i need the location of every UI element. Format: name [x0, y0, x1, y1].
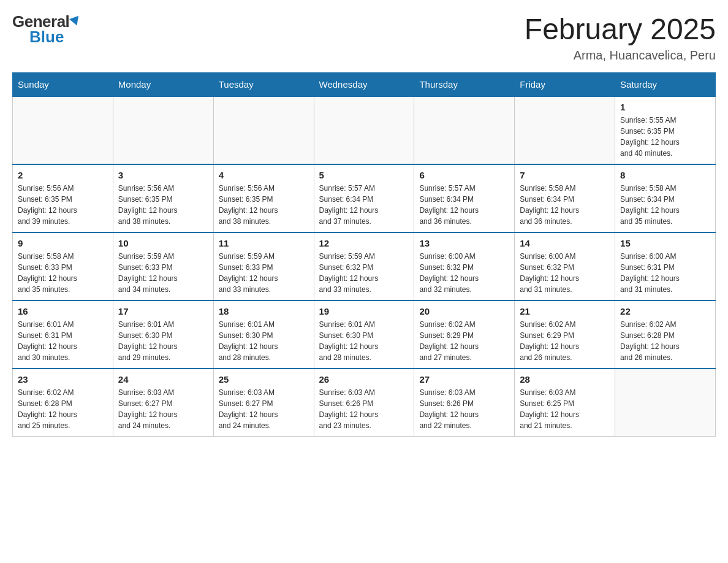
- day-number: 21: [520, 306, 610, 316]
- calendar-cell: 9Sunrise: 5:58 AM Sunset: 6:33 PM Daylig…: [13, 232, 113, 301]
- day-number: 9: [18, 238, 108, 248]
- calendar-cell: 7Sunrise: 5:58 AM Sunset: 6:34 PM Daylig…: [515, 164, 615, 232]
- day-number: 28: [520, 374, 610, 385]
- day-info: Sunrise: 5:55 AM Sunset: 6:35 PM Dayligh…: [620, 115, 710, 159]
- day-info: Sunrise: 5:59 AM Sunset: 6:32 PM Dayligh…: [319, 251, 409, 295]
- day-of-week-header: Monday: [113, 73, 213, 97]
- calendar-cell: [615, 369, 716, 437]
- day-number: 19: [319, 306, 409, 316]
- day-number: 7: [520, 170, 610, 180]
- calendar-cell: [414, 96, 515, 164]
- day-info: Sunrise: 6:03 AM Sunset: 6:26 PM Dayligh…: [319, 387, 409, 431]
- calendar-cell: 15Sunrise: 6:00 AM Sunset: 6:31 PM Dayli…: [615, 232, 716, 301]
- day-info: Sunrise: 6:00 AM Sunset: 6:31 PM Dayligh…: [620, 251, 710, 295]
- day-info: Sunrise: 6:03 AM Sunset: 6:26 PM Dayligh…: [419, 387, 509, 431]
- day-number: 26: [319, 374, 409, 385]
- day-number: 12: [319, 238, 409, 248]
- calendar-cell: [113, 96, 213, 164]
- day-number: 11: [219, 238, 309, 248]
- calendar-cell: [515, 96, 615, 164]
- day-of-week-header: Saturday: [615, 73, 716, 97]
- day-of-week-header: Tuesday: [213, 73, 314, 97]
- day-number: 1: [620, 102, 710, 112]
- day-info: Sunrise: 5:59 AM Sunset: 6:33 PM Dayligh…: [118, 251, 208, 295]
- day-number: 17: [118, 306, 208, 316]
- calendar-cell: 12Sunrise: 5:59 AM Sunset: 6:32 PM Dayli…: [314, 232, 414, 301]
- title-section: February 2025 Arma, Huancavelica, Peru: [525, 12, 716, 63]
- day-info: Sunrise: 6:00 AM Sunset: 6:32 PM Dayligh…: [520, 251, 610, 295]
- calendar-cell: 3Sunrise: 5:56 AM Sunset: 6:35 PM Daylig…: [113, 164, 213, 232]
- calendar-week-row: 1Sunrise: 5:55 AM Sunset: 6:35 PM Daylig…: [13, 96, 716, 164]
- day-number: 2: [18, 170, 108, 180]
- day-number: 27: [419, 374, 509, 385]
- calendar-cell: 25Sunrise: 6:03 AM Sunset: 6:27 PM Dayli…: [213, 369, 314, 437]
- calendar-cell: [13, 96, 113, 164]
- calendar-cell: 24Sunrise: 6:03 AM Sunset: 6:27 PM Dayli…: [113, 369, 213, 437]
- day-number: 24: [118, 374, 208, 385]
- day-info: Sunrise: 5:57 AM Sunset: 6:34 PM Dayligh…: [319, 183, 409, 227]
- day-number: 18: [219, 306, 309, 316]
- day-of-week-header: Friday: [515, 73, 615, 97]
- day-of-week-header: Sunday: [13, 73, 113, 97]
- calendar-cell: 16Sunrise: 6:01 AM Sunset: 6:31 PM Dayli…: [13, 301, 113, 369]
- calendar-week-row: 16Sunrise: 6:01 AM Sunset: 6:31 PM Dayli…: [13, 301, 716, 369]
- calendar-cell: 1Sunrise: 5:55 AM Sunset: 6:35 PM Daylig…: [615, 96, 716, 164]
- day-info: Sunrise: 5:58 AM Sunset: 6:33 PM Dayligh…: [18, 251, 108, 295]
- day-info: Sunrise: 6:01 AM Sunset: 6:30 PM Dayligh…: [219, 319, 309, 363]
- day-info: Sunrise: 5:56 AM Sunset: 6:35 PM Dayligh…: [18, 183, 108, 227]
- calendar-cell: [314, 96, 414, 164]
- day-info: Sunrise: 6:00 AM Sunset: 6:32 PM Dayligh…: [419, 251, 509, 295]
- day-info: Sunrise: 6:02 AM Sunset: 6:29 PM Dayligh…: [419, 319, 509, 363]
- day-info: Sunrise: 6:01 AM Sunset: 6:30 PM Dayligh…: [118, 319, 208, 363]
- day-number: 3: [118, 170, 208, 180]
- day-info: Sunrise: 6:01 AM Sunset: 6:30 PM Dayligh…: [319, 319, 409, 363]
- calendar-header-row: SundayMondayTuesdayWednesdayThursdayFrid…: [13, 73, 716, 97]
- day-number: 16: [18, 306, 108, 316]
- calendar-cell: 14Sunrise: 6:00 AM Sunset: 6:32 PM Dayli…: [515, 232, 615, 301]
- calendar-cell: 2Sunrise: 5:56 AM Sunset: 6:35 PM Daylig…: [13, 164, 113, 232]
- logo-blue-text: Blue: [12, 28, 64, 47]
- day-number: 8: [620, 170, 710, 180]
- calendar-cell: 21Sunrise: 6:02 AM Sunset: 6:29 PM Dayli…: [515, 301, 615, 369]
- logo-triangle-icon: [69, 16, 82, 28]
- calendar-cell: 13Sunrise: 6:00 AM Sunset: 6:32 PM Dayli…: [414, 232, 515, 301]
- day-number: 13: [419, 238, 509, 248]
- day-info: Sunrise: 6:03 AM Sunset: 6:27 PM Dayligh…: [219, 387, 309, 431]
- calendar-cell: 19Sunrise: 6:01 AM Sunset: 6:30 PM Dayli…: [314, 301, 414, 369]
- day-info: Sunrise: 5:57 AM Sunset: 6:34 PM Dayligh…: [419, 183, 509, 227]
- page-header: General Blue February 2025 Arma, Huancav…: [12, 12, 716, 63]
- calendar-cell: 26Sunrise: 6:03 AM Sunset: 6:26 PM Dayli…: [314, 369, 414, 437]
- calendar-week-row: 2Sunrise: 5:56 AM Sunset: 6:35 PM Daylig…: [13, 164, 716, 232]
- calendar-week-row: 9Sunrise: 5:58 AM Sunset: 6:33 PM Daylig…: [13, 232, 716, 301]
- day-number: 15: [620, 238, 710, 248]
- calendar-cell: 22Sunrise: 6:02 AM Sunset: 6:28 PM Dayli…: [615, 301, 716, 369]
- day-number: 25: [219, 374, 309, 385]
- day-info: Sunrise: 5:58 AM Sunset: 6:34 PM Dayligh…: [620, 183, 710, 227]
- calendar-cell: 18Sunrise: 6:01 AM Sunset: 6:30 PM Dayli…: [213, 301, 314, 369]
- calendar-cell: [213, 96, 314, 164]
- day-info: Sunrise: 6:03 AM Sunset: 6:27 PM Dayligh…: [118, 387, 208, 431]
- day-info: Sunrise: 5:59 AM Sunset: 6:33 PM Dayligh…: [219, 251, 309, 295]
- calendar-cell: 23Sunrise: 6:02 AM Sunset: 6:28 PM Dayli…: [13, 369, 113, 437]
- day-info: Sunrise: 6:02 AM Sunset: 6:28 PM Dayligh…: [620, 319, 710, 363]
- calendar-table: SundayMondayTuesdayWednesdayThursdayFrid…: [12, 72, 716, 437]
- logo: General Blue: [12, 12, 80, 47]
- calendar-week-row: 23Sunrise: 6:02 AM Sunset: 6:28 PM Dayli…: [13, 369, 716, 437]
- day-of-week-header: Wednesday: [314, 73, 414, 97]
- day-number: 23: [18, 374, 108, 385]
- day-number: 20: [419, 306, 509, 316]
- calendar-cell: 27Sunrise: 6:03 AM Sunset: 6:26 PM Dayli…: [414, 369, 515, 437]
- calendar-cell: 28Sunrise: 6:03 AM Sunset: 6:25 PM Dayli…: [515, 369, 615, 437]
- day-number: 5: [319, 170, 409, 180]
- day-number: 6: [419, 170, 509, 180]
- calendar-cell: 10Sunrise: 5:59 AM Sunset: 6:33 PM Dayli…: [113, 232, 213, 301]
- day-info: Sunrise: 6:03 AM Sunset: 6:25 PM Dayligh…: [520, 387, 610, 431]
- calendar-cell: 4Sunrise: 5:56 AM Sunset: 6:35 PM Daylig…: [213, 164, 314, 232]
- calendar-cell: 8Sunrise: 5:58 AM Sunset: 6:34 PM Daylig…: [615, 164, 716, 232]
- day-number: 14: [520, 238, 610, 248]
- day-info: Sunrise: 5:56 AM Sunset: 6:35 PM Dayligh…: [219, 183, 309, 227]
- calendar-cell: 20Sunrise: 6:02 AM Sunset: 6:29 PM Dayli…: [414, 301, 515, 369]
- day-info: Sunrise: 6:02 AM Sunset: 6:28 PM Dayligh…: [18, 387, 108, 431]
- day-number: 22: [620, 306, 710, 316]
- calendar-cell: 17Sunrise: 6:01 AM Sunset: 6:30 PM Dayli…: [113, 301, 213, 369]
